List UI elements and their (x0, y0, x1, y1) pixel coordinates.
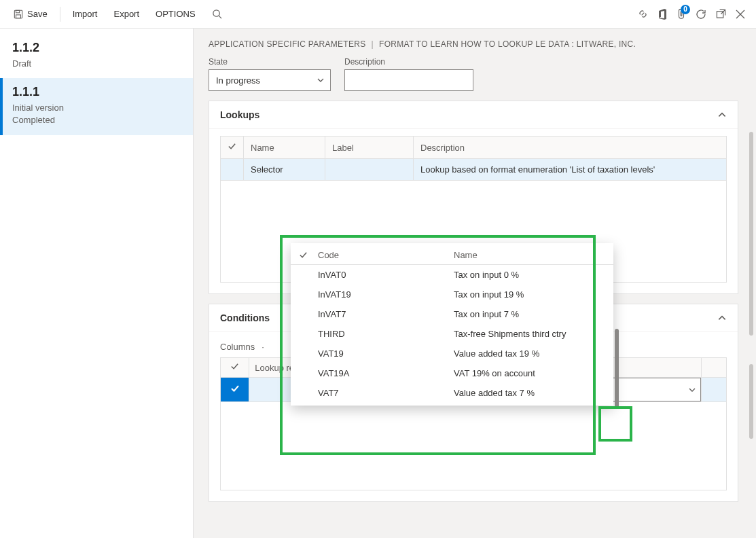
popup-item[interactable]: THIRDTax-free Shipments third ctry (291, 324, 613, 344)
lookups-header[interactable]: Lookups (209, 101, 738, 129)
col-name[interactable]: Name (454, 250, 478, 260)
svg-line-4 (219, 16, 221, 18)
command-bar: Save Import Export OPTIONS 0 (0, 0, 756, 29)
scrollbar[interactable] (749, 364, 753, 439)
popup-item[interactable]: VAT19Value added tax 19 % (291, 344, 613, 363)
state-value: In progress (216, 75, 260, 86)
description-label: Description (344, 57, 473, 67)
code-dropdown-popup: Code Name InVAT0Tax on input 0 % InVAT19… (291, 243, 613, 406)
svg-point-3 (213, 10, 219, 16)
row-check[interactable] (221, 159, 244, 181)
office-icon[interactable] (658, 9, 667, 20)
state-select[interactable]: In progress (209, 69, 331, 91)
version-status: Completed (12, 114, 181, 126)
version-item-112[interactable]: 1.1.2 Draft (0, 34, 193, 78)
row-label (325, 159, 414, 181)
conditions-title: Conditions (220, 312, 270, 323)
save-button[interactable]: Save (7, 5, 54, 23)
description-input[interactable] (344, 69, 473, 91)
popup-item[interactable]: InVAT0Tax on input 0 % (291, 265, 613, 285)
table-header-row: Name Label Description (221, 137, 727, 159)
col-extra[interactable] (701, 358, 726, 378)
scrollbar[interactable] (749, 132, 753, 336)
breadcrumb-a: APPLICATION SPECIFIC PARAMETERS (209, 39, 366, 49)
search-button[interactable] (205, 5, 229, 23)
version-status: Draft (12, 58, 181, 70)
svg-rect-1 (16, 10, 20, 13)
chevron-up-icon (717, 110, 727, 120)
breadcrumb-b: FORMAT TO LEARN HOW TO LOOKUP LE DATA : … (379, 39, 636, 49)
popup-item[interactable]: InVAT7Tax on input 7 % (291, 304, 613, 324)
import-button[interactable]: Import (66, 5, 105, 23)
popout-icon[interactable] (716, 9, 726, 19)
toolbar-sep: · (262, 342, 264, 352)
popup-item[interactable]: InVAT19Tax on input 19 % (291, 285, 613, 304)
save-icon (14, 10, 23, 19)
popup-item[interactable]: VAT7Value added tax 7 % (291, 383, 613, 403)
select-all-header[interactable] (221, 358, 249, 378)
lookups-title: Lookups (220, 109, 259, 120)
select-all-header[interactable] (221, 137, 244, 159)
svg-rect-2 (16, 14, 21, 18)
chevron-down-icon (317, 76, 325, 84)
form-row: State In progress Description (209, 57, 742, 91)
version-item-111[interactable]: 1.1.1 Initial version Completed (0, 78, 193, 134)
options-button[interactable]: OPTIONS (149, 5, 202, 23)
col-label[interactable]: Label (325, 137, 414, 159)
description-field: Description (344, 57, 473, 91)
scrollbar[interactable] (615, 329, 619, 409)
chevron-up-icon (717, 313, 727, 323)
version-number: 1.1.1 (12, 85, 181, 99)
columns-button[interactable]: Columns (220, 342, 255, 352)
link-icon[interactable] (638, 9, 648, 19)
state-field: State In progress (209, 57, 331, 91)
col-code[interactable]: Code (318, 250, 454, 260)
row-desc: Lookup based on format enumeration 'List… (414, 159, 727, 181)
search-icon (212, 9, 222, 19)
import-label: Import (73, 9, 98, 19)
col-name[interactable]: Name (244, 137, 325, 159)
extra-cell (701, 378, 726, 402)
attachments-badge: 0 (681, 5, 690, 14)
attachments-icon[interactable]: 0 (677, 9, 686, 20)
refresh-icon[interactable] (696, 9, 706, 20)
breadcrumb: APPLICATION SPECIFIC PARAMETERS | FORMAT… (209, 39, 742, 49)
separator (60, 7, 60, 22)
version-number: 1.1.2 (12, 41, 181, 55)
popup-item[interactable]: VAT19AVAT 19% on account (291, 363, 613, 383)
row-name: Selector (244, 159, 325, 181)
version-desc: Initial version (12, 102, 181, 114)
export-label: Export (113, 9, 139, 19)
close-icon[interactable] (736, 10, 745, 19)
popup-header: Code Name (291, 243, 613, 265)
state-label: State (209, 57, 331, 67)
export-button[interactable]: Export (107, 5, 146, 23)
chevron-down-icon (688, 386, 696, 394)
table-empty (221, 402, 727, 490)
sidebar: 1.1.2 Draft 1.1.1 Initial version Comple… (0, 29, 194, 538)
save-label: Save (27, 9, 48, 19)
col-desc[interactable]: Description (414, 137, 727, 159)
breadcrumb-sep: | (372, 39, 374, 49)
options-label: OPTIONS (156, 9, 196, 19)
select-all-header[interactable] (299, 250, 318, 260)
table-row[interactable]: Selector Lookup based on format enumerat… (221, 159, 727, 181)
row-check[interactable] (221, 378, 249, 402)
